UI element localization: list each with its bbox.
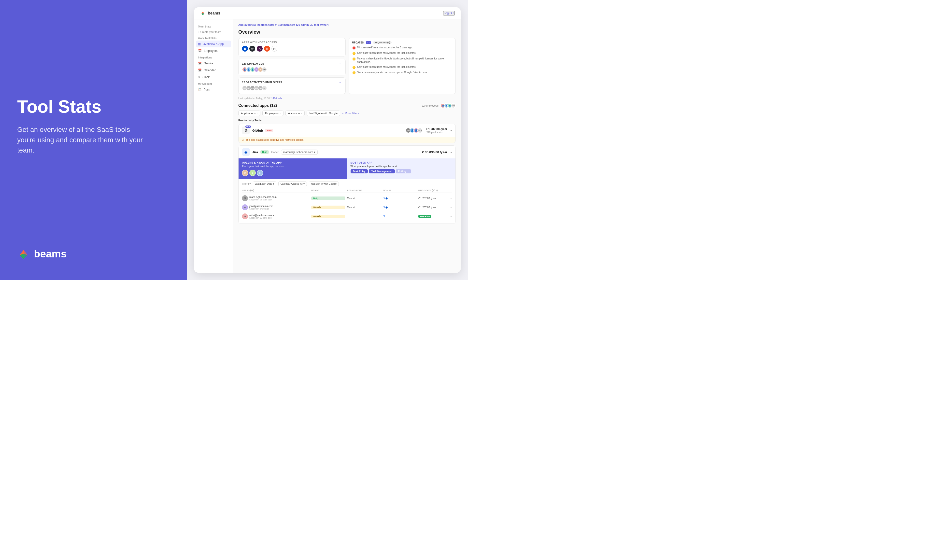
employee-count-label: 123 EMPLOYEES (242, 62, 264, 65)
content-area: App overview includes total of 100 membe… (233, 19, 460, 272)
jira-card: ◆ Jira High Owner marcus@usebeams.com ▾ … (238, 145, 456, 224)
filter-access-label: Access to (288, 112, 300, 115)
sidebar-item-plan[interactable]: 📋 Plan (194, 86, 233, 93)
user-avatar-mihri: M (242, 214, 248, 219)
user-row-jana: AH jana@usebeams.com Logged in 240d ago … (242, 203, 452, 212)
jira-collapse-button[interactable]: ▴ (450, 150, 452, 154)
update-text-2: Sally hasn't been using Miro App for the… (357, 51, 416, 55)
github-warning-banner: ⚠ This app is accessing sensitive and re… (239, 137, 456, 143)
user-more-marcus[interactable]: ··· (450, 197, 452, 200)
update-text-4: Sally hasn't been using Miro App for the… (357, 65, 416, 69)
user-row-marcus: M marcus@usebeams.com Logged in 13 days … (242, 194, 452, 203)
filter-not-sign-google[interactable]: Not Sign in with Google (306, 111, 340, 116)
filter-employees[interactable]: Employees ▾ (262, 111, 283, 116)
employees-icon: 📅 (198, 49, 202, 52)
github-warning-text: This app is accessing sensitive and rest… (246, 138, 304, 141)
jira-owner-dropdown[interactable]: marcus@usebeams.com ▾ (281, 149, 318, 155)
most-used-title: MOST USED APP (351, 162, 452, 164)
google-icon-jana: G (383, 206, 385, 209)
user-more-jana[interactable]: ··· (450, 206, 452, 209)
overview-app-icon: ▦ (198, 42, 201, 46)
github-owner-avatar: M 👤 👤 +18 (406, 128, 423, 133)
user-login-marcus: Logged in 13 days ago (249, 198, 277, 201)
logo-text: beams (34, 248, 66, 260)
github-price: € 1.287,00 /year (426, 128, 447, 131)
sidebar-item-employees[interactable]: 📅 Employees (194, 48, 233, 54)
user-perm-marcus: Manual (347, 197, 381, 200)
brand: beams (200, 10, 220, 16)
user-avatar-marcus: M (242, 195, 248, 201)
user-details-jana: jana@usebeams.com Logged in 240d ago (249, 205, 273, 210)
user-email-marcus: marcus@usebeams.com (249, 196, 277, 198)
user-login-mihri: Logged in 13 days ago (249, 217, 274, 219)
sidebar-item-slack[interactable]: ✳ Slack (194, 74, 233, 80)
connected-apps-title: Connected apps (12) (238, 103, 277, 108)
update-item-5: 🟡 Slack has a newly added access scope f… (352, 71, 452, 75)
apps-most-access-card: APPS WITH MOST ACCESS ◆ ⊛ ✳ ◈ N (238, 38, 346, 57)
requests-badge: REQUESTS (6) (373, 41, 392, 44)
jira-filter-login-label: Last Login Date (255, 183, 272, 185)
plan-icon: 📋 (198, 88, 202, 91)
refresh-button[interactable]: ↻ Refresh (271, 97, 282, 100)
left-stats-col: APPS WITH MOST ACCESS ◆ ⊛ ✳ ◈ N 1 (238, 38, 346, 94)
jira-filter-login[interactable]: Last Login Date ▾ (253, 182, 276, 186)
sidebar-employees-label: Employees (204, 49, 218, 52)
updates-count-badge: 12 (366, 41, 371, 44)
connected-apps-header: Connected apps (12) 22 employees 👤 👤 👤 +… (238, 103, 456, 108)
integrations-label: Integrations (194, 54, 233, 60)
overview-title: Overview (238, 29, 456, 35)
google-icon-mihri: G (383, 215, 385, 218)
col-users: Users (28) (242, 189, 309, 192)
tag-task-mgmt[interactable]: Task Management (369, 169, 395, 174)
jira-filter-google[interactable]: Not Sign in with Google (309, 182, 339, 186)
user-login-jana: Logged in 240d ago (249, 208, 273, 210)
user-more-mihri[interactable]: ··· (450, 215, 452, 218)
filter-employees-label: Employees (265, 112, 278, 115)
user-price-text-marcus: € 1.287,00 /year (419, 197, 436, 200)
tag-task-entry[interactable]: Task Entry (351, 169, 368, 174)
github-card: ⊛ NEW GitHub Low M 👤 👤 +18 (238, 124, 456, 143)
sidebar-item-gsuite[interactable]: 📅 G-suite (194, 60, 233, 67)
notice-text: App overview includes (238, 23, 268, 26)
create-team-button[interactable]: + Create your team (194, 29, 233, 35)
github-row-main: ⊛ NEW GitHub Low M 👤 👤 +18 (239, 124, 456, 137)
github-price-block: € 1.287,00 /year 6/16 paid seats (426, 128, 447, 134)
filter-chevron-2: ▾ (280, 112, 281, 114)
filter-access-to[interactable]: Access to ▾ (285, 111, 305, 116)
owner-chevron: ▾ (314, 151, 316, 154)
user-row-mihri: M mihri@usebeams.com Logged in 13 days a… (242, 212, 452, 221)
user-info-mihri: M mihri@usebeams.com Logged in 13 days a… (242, 214, 309, 219)
logout-button[interactable]: Log Out (443, 11, 455, 15)
avatar-more: +18 (262, 67, 267, 72)
more-filters-button[interactable]: ▿ More Filters (342, 112, 359, 115)
github-avatar-more: +18 (417, 128, 423, 133)
jira-filter-label: Filter by (242, 183, 251, 185)
github-logo-icon: ⊛ (245, 128, 248, 133)
sidebar-item-calendar[interactable]: 📅 Calendar (194, 67, 233, 74)
tag-editing[interactable]: Editing... (396, 169, 411, 174)
queens-avatars: M J S (242, 170, 344, 176)
update-item-1: 🔴 Mihri revoked Yasemin's access to Jira… (352, 46, 452, 50)
jira-filter-calendar-label: Calendar Access (5) (280, 183, 303, 185)
update-item-3: 🟡 Marcus is deactivated in Google Worksp… (352, 57, 452, 64)
productivity-tools-label: Productivity Tools (238, 119, 456, 122)
github-seats: 6/16 paid seats (426, 131, 447, 134)
queens-subtitle: Employees that used this app the most (242, 165, 344, 168)
logo-area: beams (17, 248, 169, 260)
jira-insights: QUEENS & KINGS OF THE APP Employees that… (239, 158, 456, 179)
users-table-header: Users (28) Usage Permissions Sign in Pai… (242, 188, 452, 193)
github-risk-badge: Low (265, 129, 273, 132)
github-expand-button[interactable]: ▾ (450, 128, 452, 132)
app-window: beams Log Out Team Stats + Create your t… (194, 8, 460, 272)
brand-icon (200, 10, 206, 16)
filter-applications[interactable]: Applications ▾ (238, 111, 260, 116)
jira-filter-calendar[interactable]: Calendar Access (5) ▾ (278, 182, 307, 186)
update-text-3: Marcus is deactivated in Google Workspac… (357, 57, 452, 64)
queens-title: QUEENS & KINGS OF THE APP (242, 162, 344, 164)
updates-card: UPDATES 12 REQUESTS (6) 🔴 Mihri revoked … (349, 38, 456, 94)
user-price-mihri: Free Plan ··· (419, 215, 452, 218)
deactivated-row: 12 DEACTIVATED EMPLOYEES → (242, 80, 342, 84)
queens-avatar-3: S (257, 170, 263, 176)
sidebar-item-overview-app[interactable]: ▦ Overview & App (196, 40, 231, 48)
update-icon-1: 🔴 (352, 46, 356, 50)
